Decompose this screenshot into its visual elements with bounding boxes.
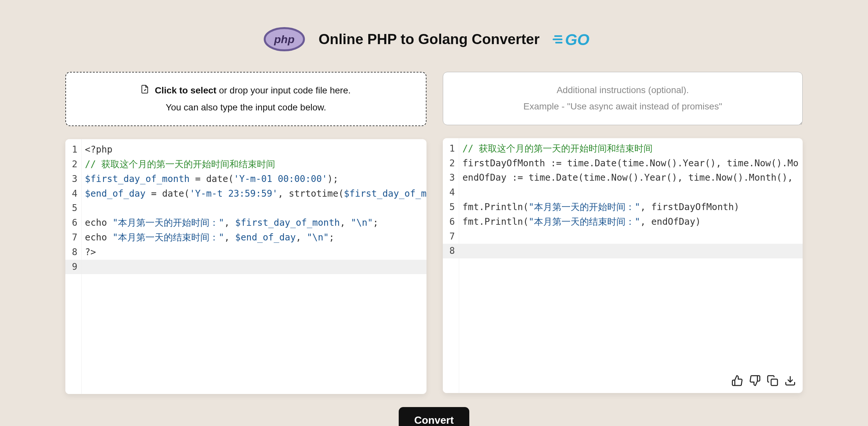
svg-rect-4 (555, 42, 562, 43)
dropzone-type-text: You can also type the input code below. (72, 99, 419, 116)
svg-rect-2 (554, 35, 562, 37)
left-column: Click to select or drop your input code … (65, 72, 427, 394)
output-code[interactable]: // 获取这个月的第一天的开始时间和结束时间firstDayOfMonth :=… (459, 138, 803, 393)
right-column: Additional instructions (optional). Exam… (443, 72, 803, 394)
page-title: Online PHP to Golang Converter (319, 31, 539, 47)
svg-text:php: php (274, 33, 294, 45)
input-code-editor[interactable]: 123456789 <?php// 获取这个月的第一天的开始时间和结束时间$fi… (65, 139, 427, 394)
input-code[interactable]: <?php// 获取这个月的第一天的开始时间和结束时间$first_day_of… (82, 139, 427, 394)
instructions-placeholder-2: Example - "Use async await instead of pr… (450, 98, 796, 115)
dropzone-click-text: Click to select (155, 85, 216, 95)
svg-rect-6 (771, 379, 778, 386)
svg-rect-3 (553, 38, 562, 40)
convert-button[interactable]: Convert (399, 407, 470, 426)
output-code-editor[interactable]: 12345678 // 获取这个月的第一天的开始时间和结束时间firstDayO… (443, 138, 803, 393)
input-gutter: 123456789 (65, 139, 82, 394)
thumbs-down-button[interactable] (749, 375, 761, 387)
instructions-placeholder-1: Additional instructions (optional). (450, 82, 796, 98)
copy-button[interactable] (767, 375, 778, 387)
go-logo: GO (553, 29, 605, 49)
convert-section: Convert (0, 394, 868, 426)
output-actions (732, 375, 796, 387)
output-gutter: 12345678 (443, 138, 459, 393)
thumbs-up-button[interactable] (732, 375, 743, 387)
file-dropzone[interactable]: Click to select or drop your input code … (65, 72, 427, 126)
header: php Online PHP to Golang Converter GO (0, 0, 868, 72)
dropzone-drop-text: or drop your input code file here. (216, 85, 351, 95)
file-icon (141, 83, 149, 99)
main-content: Click to select or drop your input code … (0, 72, 868, 394)
php-logo: php (263, 26, 306, 52)
svg-text:GO: GO (565, 31, 590, 48)
download-button[interactable] (784, 375, 796, 387)
instructions-input[interactable]: Additional instructions (optional). Exam… (443, 72, 803, 125)
